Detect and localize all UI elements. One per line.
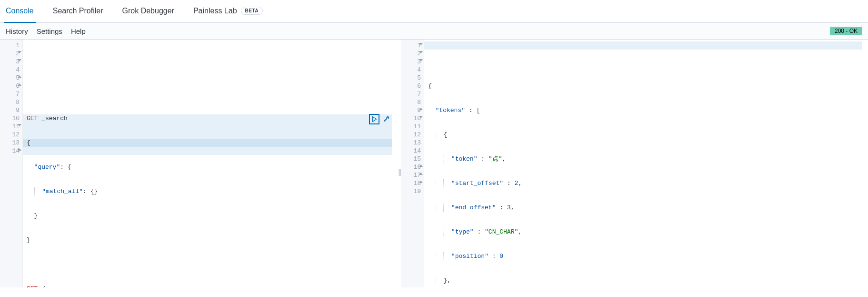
- fold-toggle-icon[interactable]: [18, 75, 21, 78]
- fold-toggle-icon[interactable]: [419, 51, 423, 53]
- line-number: 9: [16, 107, 20, 114]
- http-method: GET: [27, 285, 38, 287]
- code-text: :: [489, 253, 499, 260]
- line-number: 15: [413, 155, 421, 163]
- fold-toggle-icon[interactable]: [419, 116, 423, 118]
- response-pane: 1 2 3 4 5 6 7 8 9 10 11 12 13 14 15 16 1…: [401, 40, 868, 287]
- json-number: 3: [507, 204, 511, 211]
- settings-link[interactable]: Settings: [37, 27, 62, 35]
- code-text: }: [34, 212, 38, 219]
- request-path: /: [38, 285, 45, 287]
- code-text: ,: [502, 155, 506, 163]
- status-badge: 200 - OK: [830, 27, 862, 35]
- line-number: 4: [417, 66, 421, 73]
- request-gutter: 1 2 3 4 5 6 7 8 9 10 11 12 13 14: [0, 40, 23, 287]
- json-string: "点": [489, 155, 502, 163]
- tab-grok-debugger[interactable]: Grok Debugger: [120, 0, 176, 23]
- code-text: :: [477, 155, 488, 163]
- code-text: {: [443, 131, 447, 138]
- pane-splitter[interactable]: ‖: [398, 40, 401, 287]
- code-text: ,: [518, 228, 522, 236]
- request-editor[interactable]: GET _search { "query": { "match_all": {}…: [23, 40, 398, 287]
- json-string: "CN_CHAR": [485, 228, 518, 236]
- fold-toggle-icon[interactable]: [18, 124, 21, 126]
- line-number: 13: [12, 139, 20, 146]
- code-text: : {}: [83, 188, 98, 195]
- json-key: "type": [451, 228, 474, 236]
- fold-toggle-icon[interactable]: [419, 59, 423, 61]
- editor-panes: 1 2 3 4 5 6 7 8 9 10 11 12 13 14: [0, 40, 868, 287]
- line-number: 5: [417, 74, 421, 82]
- line-number: 13: [413, 139, 421, 146]
- line-number: 19: [413, 188, 421, 195]
- line-number: 4: [16, 66, 20, 73]
- code-text: },: [443, 277, 451, 284]
- help-link[interactable]: Help: [71, 27, 86, 35]
- fold-toggle-icon[interactable]: [18, 59, 21, 61]
- code-text: }: [27, 236, 398, 244]
- line-number: 14: [413, 147, 421, 154]
- json-key: "match_all": [42, 188, 83, 195]
- cursor-line-highlight: [424, 41, 862, 50]
- line-number: 10: [12, 115, 20, 122]
- code-text: ,: [511, 204, 515, 211]
- code-text: :: [496, 204, 507, 211]
- fold-toggle-icon[interactable]: [419, 108, 423, 110]
- line-number: 12: [12, 131, 20, 138]
- line-number: 12: [413, 131, 421, 138]
- beta-badge: BETA: [241, 7, 263, 15]
- tab-console[interactable]: Console: [4, 0, 36, 23]
- line-number: 8: [417, 99, 421, 106]
- code-text: : {: [60, 164, 71, 171]
- line-number: 6: [417, 82, 421, 90]
- line-number: 7: [16, 91, 20, 98]
- request-options-button[interactable]: [381, 114, 392, 124]
- code-text: ,: [518, 180, 522, 187]
- json-key: "start_offset": [451, 180, 503, 187]
- tab-painless-lab[interactable]: Painless Lab BETA: [191, 0, 265, 23]
- request-path: _search: [38, 115, 67, 122]
- line-number: 11: [413, 123, 421, 130]
- run-request-button[interactable]: [369, 114, 379, 124]
- fold-toggle-icon[interactable]: [18, 51, 21, 53]
- line-number: 8: [16, 99, 20, 106]
- history-link[interactable]: History: [6, 27, 28, 35]
- json-key: "query": [34, 164, 60, 171]
- tab-painless-lab-label: Painless Lab: [193, 7, 237, 15]
- code-text: [27, 260, 398, 268]
- fold-toggle-icon[interactable]: [419, 181, 423, 183]
- code-text: {: [27, 139, 398, 147]
- play-icon: [371, 116, 378, 123]
- json-key: "end_offset": [451, 204, 496, 211]
- json-key: "position": [451, 253, 489, 260]
- json-number: 0: [499, 253, 503, 260]
- code-text: : [: [465, 107, 480, 114]
- fold-toggle-icon[interactable]: [419, 173, 423, 175]
- response-gutter: 1 2 3 4 5 6 7 8 9 10 11 12 13 14 15 16 1…: [401, 40, 424, 287]
- fold-toggle-icon[interactable]: [18, 83, 21, 86]
- line-number: 1: [16, 42, 20, 49]
- tab-search-profiler[interactable]: Search Profiler: [51, 0, 105, 23]
- json-key: "token": [451, 155, 478, 163]
- http-method: GET: [27, 115, 38, 122]
- fold-toggle-icon[interactable]: [419, 164, 423, 167]
- code-text: :: [503, 180, 514, 187]
- code-text: :: [474, 228, 485, 236]
- response-viewer[interactable]: { "tokens" : [ { "token" : "点", "start_o…: [424, 40, 868, 287]
- code-text: {: [428, 82, 868, 90]
- console-subbar: History Settings Help 200 - OK: [0, 23, 868, 40]
- json-key: "tokens": [436, 107, 465, 114]
- fold-toggle-icon[interactable]: [18, 148, 21, 151]
- request-pane: 1 2 3 4 5 6 7 8 9 10 11 12 13 14: [0, 40, 398, 287]
- fold-toggle-icon[interactable]: [419, 43, 423, 45]
- wrench-icon: [383, 116, 390, 123]
- line-number: 7: [417, 91, 421, 98]
- dev-tools-tabs: Console Search Profiler Grok Debugger Pa…: [0, 0, 868, 23]
